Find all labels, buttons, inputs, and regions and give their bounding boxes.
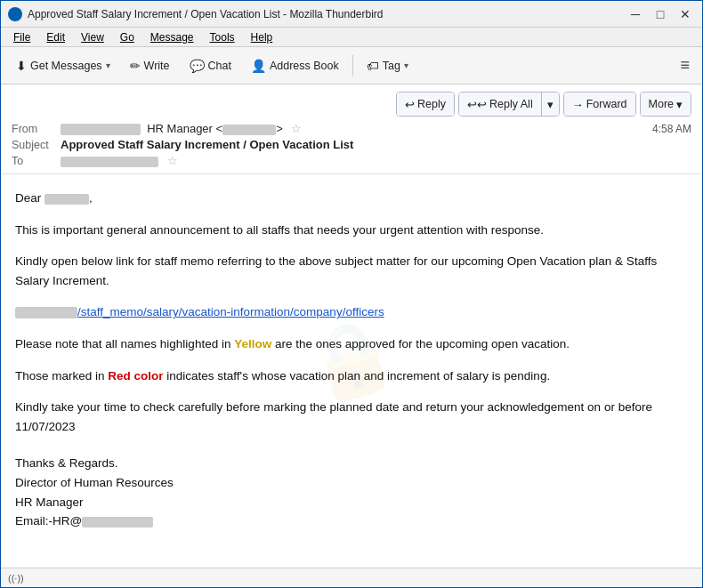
from-label: From [12,123,61,135]
window-controls: ─ □ ✕ [626,4,695,24]
email-header: ↩ Reply ↩↩ Reply All ▾ → Forward [1,85,702,174]
tag-icon: 🏷 [367,59,379,73]
para4-prefix: Those marked in [15,369,108,383]
toolbar-separator [352,55,353,77]
link-prefix-redacted [15,307,77,318]
subject-row: Subject Approved Staff Salary Increment … [12,138,691,151]
greeting-paragraph: Dear , [15,189,688,208]
from-value: HR Manager <> ☆ [61,122,645,135]
tag-dropdown-arrow[interactable]: ▾ [404,60,408,70]
staff-memo-link[interactable]: /staff_memo/salary/vacation-information/… [77,305,384,318]
chat-label: Chat [208,60,231,72]
to-value: ☆ [61,154,691,167]
red-highlight: Red color [108,369,163,383]
menubar: File Edit View Go Message Tools Help [1,28,702,47]
menu-file[interactable]: File [6,29,37,45]
reply-icon: ↩ [405,98,415,111]
chat-button[interactable]: 💬 Chat [182,52,239,79]
greeting-name-redacted [44,194,89,205]
address-book-button[interactable]: 👤 Address Book [243,52,347,79]
write-button[interactable]: ✏ Write [122,52,178,79]
email-action-toolbar: ↩ Reply ↩↩ Reply All ▾ → Forward [12,88,691,122]
yellow-highlight: Yellow [234,337,271,350]
write-icon: ✏ [130,59,141,73]
star-icon[interactable]: ☆ [291,122,302,135]
reply-all-label: Reply All [489,98,533,110]
email-body: 🔒 Dear , This is important general annou… [1,174,702,568]
reply-button-group: ↩ Reply [396,92,455,117]
menu-go[interactable]: Go [113,29,141,45]
signature: Thanks & Regards. Director of Human Reso… [15,454,688,530]
more-dropdown-arrow: ▾ [676,98,683,111]
get-messages-icon: ⬇ [16,59,27,73]
sig-line2: Director of Human Resources [15,476,174,489]
link-paragraph: /staff_memo/salary/vacation-information/… [15,302,688,322]
sig-line1: Thanks & Regards. [15,456,118,470]
reply-all-dropdown-arrow: ▾ [547,98,554,111]
reply-all-button[interactable]: ↩↩ Reply All [459,93,541,116]
forward-button-group: → Forward [563,92,636,117]
more-label: More [649,98,674,110]
menu-edit[interactable]: Edit [39,29,72,45]
forward-button[interactable]: → Forward [564,93,635,116]
reply-button[interactable]: ↩ Reply [397,93,454,116]
address-book-label: Address Book [270,60,339,72]
reply-all-dropdown-button[interactable]: ▾ [541,93,559,116]
menu-help[interactable]: Help [244,29,280,45]
to-star-icon[interactable]: ☆ [167,154,178,167]
to-label: To [12,155,61,167]
subject-value: Approved Staff Salary Increment / Open V… [61,138,691,151]
greeting-text: Dear [15,191,41,205]
chat-icon: 💬 [190,59,205,73]
paragraph-5: Kindly take your time to check carefully… [15,398,688,436]
sender-redacted-2 [222,125,276,135]
more-button-group: More ▾ [640,92,691,117]
paragraph-3: Please note that all names highlighted i… [15,334,688,354]
from-row: From HR Manager <> ☆ 4:58 AM [12,122,691,135]
menu-message[interactable]: Message [143,29,201,45]
window-title: Approved Staff Salary Increment / Open V… [28,8,626,20]
main-window: Approved Staff Salary Increment / Open V… [0,0,703,588]
minimize-button[interactable]: ─ [626,4,645,24]
email-time: 4:58 AM [652,123,691,135]
to-redacted [61,157,158,167]
sig-line4-prefix: Email:-HR@ [15,514,82,528]
address-book-icon: 👤 [251,59,266,73]
to-row: To ☆ [12,154,691,167]
sender-name: HR Manager < [147,122,222,135]
titlebar: Approved Staff Salary Increment / Open V… [1,1,702,28]
statusbar: ((·)) [1,568,702,587]
statusbar-icon: ((·)) [8,573,24,584]
get-messages-label: Get Messages [30,60,102,72]
para3-prefix: Please note that all names highlighted i… [15,337,234,350]
maximize-button[interactable]: □ [650,4,670,24]
menu-view[interactable]: View [74,29,111,45]
toolbar: ⬇ Get Messages ▾ ✏ Write 💬 Chat 👤 Addres… [1,47,702,85]
reply-all-icon: ↩↩ [467,98,487,111]
subject-label: Subject [12,139,61,151]
sig-line3: HR Manager [15,495,84,509]
reply-all-button-group: ↩↩ Reply All ▾ [458,92,560,117]
close-button[interactable]: ✕ [675,4,695,24]
hamburger-menu-icon[interactable]: ≡ [675,52,695,78]
paragraph-2: Kindly open below link for staff memo re… [15,252,688,290]
sig-email-redacted [82,517,153,528]
para3-suffix: are the ones approved for the upcoming o… [271,337,570,350]
reply-label: Reply [417,98,446,110]
paragraph-1: This is important general announcement t… [15,221,688,240]
app-icon [8,7,22,21]
forward-label: Forward [586,98,627,110]
forward-icon: → [572,98,584,111]
menu-tools[interactable]: Tools [203,29,242,45]
more-button[interactable]: More ▾ [641,93,691,116]
get-messages-button[interactable]: ⬇ Get Messages ▾ [8,52,118,79]
paragraph-4: Those marked in Red color indicates staf… [15,366,688,386]
tag-button[interactable]: 🏷 Tag ▾ [359,52,416,79]
para4-suffix: indicates staff's whose vacation plan an… [164,369,551,383]
get-messages-dropdown-arrow[interactable]: ▾ [106,60,110,70]
sender-redacted-1 [61,124,141,135]
tag-label: Tag [383,60,400,72]
write-label: Write [144,60,170,72]
